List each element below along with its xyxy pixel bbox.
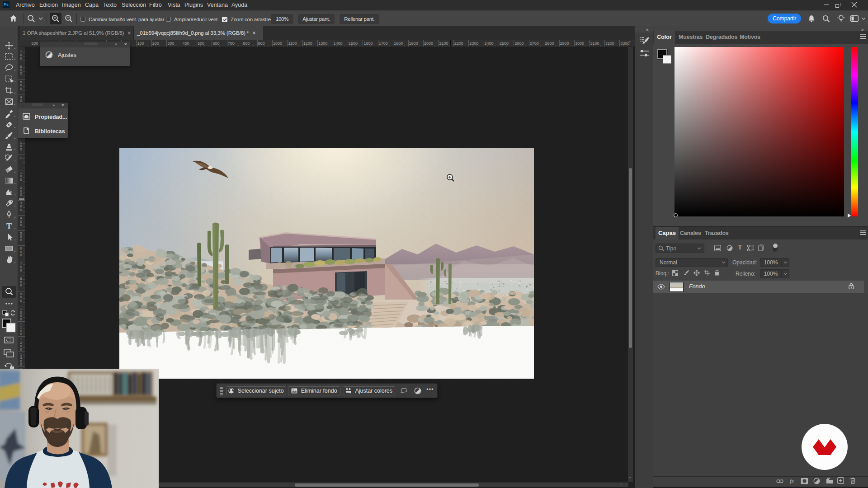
svg-text:T: T [6, 222, 12, 231]
